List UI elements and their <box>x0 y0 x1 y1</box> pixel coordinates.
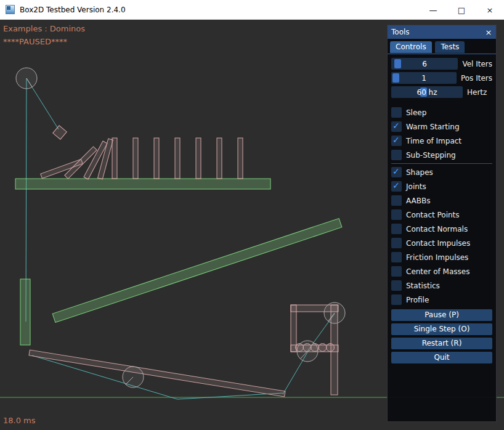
checkbox-contact-impulses[interactable] <box>391 238 402 248</box>
tools-titlebar[interactable]: Tools × <box>388 25 496 39</box>
checkbox-profile[interactable] <box>391 294 402 305</box>
vel-iters-label: Vel Iters <box>462 60 492 68</box>
domino <box>238 138 243 179</box>
example-label: Examples : Dominos <box>3 24 85 33</box>
window-title: Box2D Testbed Version 2.4.0 <box>20 6 126 14</box>
checkbox-time-of-impact[interactable] <box>391 136 402 146</box>
close-button[interactable]: × <box>476 0 504 20</box>
paused-label: ****PAUSED**** <box>3 37 67 46</box>
tools-title: Tools <box>391 28 410 36</box>
restart-button[interactable]: Restart (R) <box>391 338 492 349</box>
domino <box>175 138 180 179</box>
domino <box>217 138 222 179</box>
domino <box>196 138 201 179</box>
frame-time-label: 18.0 ms <box>3 416 36 425</box>
pendulum-box <box>53 126 67 140</box>
minimize-button[interactable]: — <box>419 0 447 20</box>
simulation-canvas[interactable]: Examples : Dominos ****PAUSED**** 18.0 m… <box>0 20 504 430</box>
checkbox-friction-impulses[interactable] <box>391 252 402 262</box>
checkbox-statistics[interactable] <box>391 280 402 291</box>
pause-button[interactable]: Pause (P) <box>391 309 492 321</box>
tools-tabbar: Controls Tests <box>388 39 496 54</box>
tab-tests[interactable]: Tests <box>435 41 465 53</box>
tab-controls[interactable]: Controls <box>390 41 432 53</box>
checkbox-shapes[interactable] <box>391 167 402 177</box>
bottom-plank <box>29 350 285 397</box>
vertical-post <box>20 279 30 345</box>
single-step-button[interactable]: Single Step (O) <box>391 323 492 335</box>
domino-platform <box>15 179 270 189</box>
domino <box>112 138 117 179</box>
checkbox-sleep[interactable] <box>391 107 402 118</box>
app-window: Box2D Testbed Version 2.4.0 — □ × <box>0 0 504 430</box>
tools-window: Tools × Controls Tests 6 Vel Iters <box>387 25 497 422</box>
app-icon <box>6 5 15 14</box>
checkbox-warm-starting[interactable] <box>391 121 402 132</box>
hertz-slider[interactable]: 60 hz <box>391 86 463 98</box>
pos-iters-label: Pos Iters <box>461 74 492 83</box>
domino <box>133 138 138 179</box>
titlebar: Box2D Testbed Version 2.4.0 — □ × <box>0 0 504 20</box>
separator <box>391 163 492 164</box>
checkbox-aabbs[interactable] <box>391 195 402 206</box>
checkbox-contact-normals[interactable] <box>391 224 402 234</box>
vel-iters-slider[interactable]: 6 <box>391 58 458 70</box>
hertz-label: Hertz <box>467 88 487 97</box>
dynamic-bodies <box>29 126 338 397</box>
checkbox-center-of-masses[interactable] <box>391 266 402 277</box>
checkbox-joints[interactable] <box>391 181 402 192</box>
checkbox-contact-points[interactable] <box>391 209 402 220</box>
domino <box>154 138 159 179</box>
tools-close-icon[interactable]: × <box>483 26 494 38</box>
pos-iters-slider[interactable]: 1 <box>391 72 457 84</box>
maximize-button[interactable]: □ <box>447 0 476 20</box>
quit-button[interactable]: Quit <box>391 352 492 363</box>
checkbox-sub-stepping[interactable] <box>391 150 402 160</box>
